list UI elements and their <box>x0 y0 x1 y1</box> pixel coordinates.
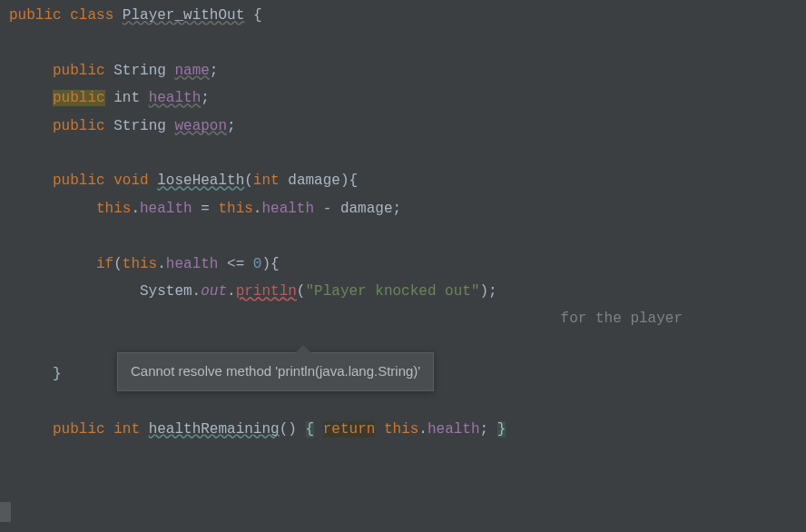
string-literal: "Player knocked out" <box>305 283 479 300</box>
op: <= <box>218 256 252 272</box>
type: String <box>113 118 166 134</box>
rparen: ) <box>480 283 489 300</box>
type: String <box>113 63 166 79</box>
field-name: name <box>174 63 209 79</box>
rparen: ) <box>261 256 270 272</box>
dot: . <box>192 283 202 300</box>
semi: ; <box>488 283 497 300</box>
keyword: public <box>53 172 105 189</box>
method-name: loseHealth <box>157 172 244 189</box>
this-keyword: this <box>123 256 157 272</box>
brace: { <box>349 172 359 189</box>
dot: . <box>157 256 166 272</box>
dot: . <box>418 421 428 438</box>
code-line-1[interactable]: public class Player_withOut { <box>9 2 797 29</box>
rparen: ) <box>340 172 349 189</box>
field-ref: health <box>261 201 314 217</box>
semi: ; <box>480 421 489 438</box>
keyword: public <box>53 421 105 438</box>
op: = <box>192 201 219 217</box>
type: int <box>113 90 140 106</box>
static-field: out <box>201 283 227 300</box>
keyword-highlighted: public <box>53 90 105 106</box>
dot: . <box>227 283 236 300</box>
class-name: Player_withOut <box>123 7 244 24</box>
field-name: weapon <box>174 118 227 134</box>
this-keyword: this <box>218 201 252 217</box>
rparen: ) <box>288 421 297 438</box>
code-line-if[interactable]: if(this.health <= 0){ <box>9 251 797 278</box>
tooltip-text: Cannot resolve method 'println(java.lang… <box>131 363 420 379</box>
brace: } <box>497 421 506 438</box>
comment-tail: for the player <box>552 310 683 327</box>
code-line-println[interactable]: System.out.println("Player knocked out")… <box>9 278 797 305</box>
code-line-assign[interactable]: this.health = this.health - damage; <box>9 195 797 222</box>
field-ref: health <box>428 421 480 438</box>
code-line-method-healthremaining[interactable]: public int healthRemaining() { return th… <box>9 416 797 443</box>
lparen: ( <box>244 172 253 189</box>
keyword: if <box>96 256 113 272</box>
this-keyword: this <box>96 201 131 217</box>
class-ref: System <box>140 283 192 300</box>
code-line-field-weapon[interactable]: public String weapon; <box>9 113 797 140</box>
blank-line[interactable] <box>9 222 797 250</box>
code-line-method-losehealth[interactable]: public void loseHealth(int damage){ <box>9 167 797 194</box>
blank-line[interactable] <box>9 29 797 56</box>
dot: . <box>253 201 262 217</box>
op: - <box>314 201 340 217</box>
keyword: public <box>9 7 62 24</box>
param-name: damage <box>288 172 340 189</box>
brace: { <box>306 421 315 438</box>
param-type: int <box>253 172 280 189</box>
field-name: health <box>149 90 202 106</box>
keyword: return <box>323 421 376 438</box>
error-tooltip: Cannot resolve method 'println(java.lang… <box>117 352 434 391</box>
semi: ; <box>392 201 401 217</box>
lparen: ( <box>280 421 289 438</box>
code-line-obscured[interactable]: for the player <box>9 305 797 332</box>
lparen: ( <box>113 256 123 272</box>
keyword: void <box>113 172 148 189</box>
keyword: public <box>53 118 105 134</box>
method-error: println <box>236 283 297 300</box>
field-ref: health <box>166 256 219 272</box>
brace: } <box>53 366 62 382</box>
semi: ; <box>210 63 219 79</box>
this-keyword: this <box>384 421 418 438</box>
brace: { <box>253 7 262 24</box>
blank-line[interactable] <box>9 140 797 167</box>
dot: . <box>131 201 140 217</box>
number: 0 <box>253 256 262 272</box>
blank-line[interactable] <box>9 388 797 415</box>
gutter-cursor <box>0 502 11 522</box>
code-line-field-name[interactable]: public String name; <box>9 57 797 84</box>
semi: ; <box>227 118 236 134</box>
keyword: public <box>53 63 105 79</box>
keyword: class <box>70 7 113 24</box>
var-ref: damage <box>340 201 393 217</box>
method-name: healthRemaining <box>149 421 280 438</box>
code-line-field-health[interactable]: public int health; <box>9 84 797 112</box>
keyword: int <box>113 421 140 438</box>
brace: { <box>270 256 280 272</box>
semi: ; <box>201 90 210 106</box>
field-ref: health <box>140 201 192 217</box>
